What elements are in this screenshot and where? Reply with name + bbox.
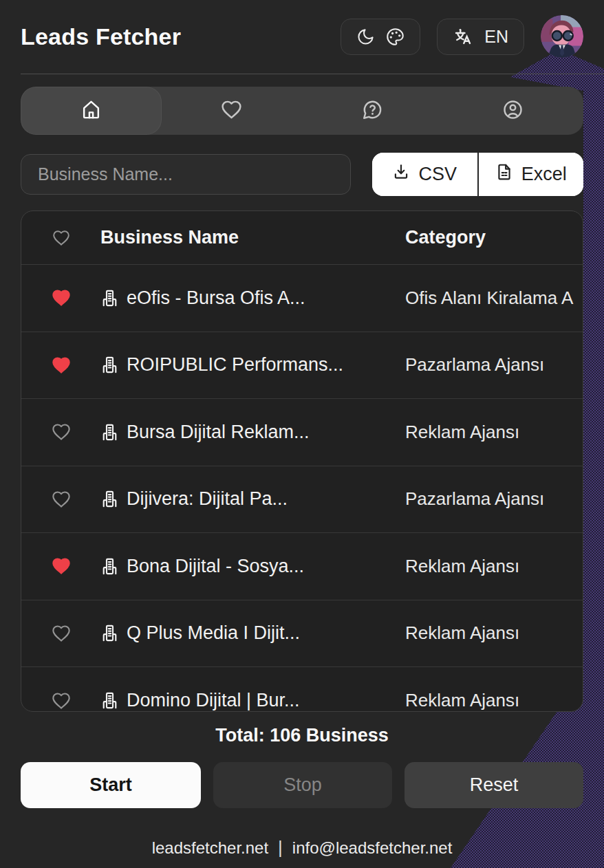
language-label: EN: [484, 27, 508, 47]
business-name: Bursa Dijital Reklam...: [127, 422, 310, 443]
heart-icon: [52, 490, 71, 509]
moon-icon: [356, 28, 375, 46]
business-name: eOfis - Bursa Ofis A...: [127, 287, 305, 309]
translate-icon: [453, 26, 473, 47]
business-category: Ofis Alanı Kiralama A: [405, 287, 583, 309]
table-body: eOfis - Bursa Ofis A... Ofis Alanı Kiral…: [21, 265, 583, 712]
reset-button[interactable]: Reset: [405, 762, 583, 808]
nav-tab-favorites[interactable]: [162, 87, 303, 135]
search-input[interactable]: [21, 154, 351, 195]
nav-tab-home[interactable]: [21, 87, 162, 135]
controls-row: CSV Excel: [21, 153, 583, 196]
nav-tab-account[interactable]: [443, 87, 584, 135]
business-name: ROIPUBLIC Performans...: [127, 354, 343, 376]
table-row[interactable]: Bona Dijital - Sosya... Reklam Ajansı: [21, 533, 583, 600]
language-button[interactable]: EN: [437, 19, 524, 55]
building-icon: [100, 423, 119, 442]
footer-separator: |: [278, 837, 283, 858]
header: Leads Fetcher EN: [0, 0, 604, 56]
site-link[interactable]: leadsfetcher.net: [152, 838, 268, 858]
home-icon: [80, 99, 102, 123]
business-category: Reklam Ajansı: [405, 556, 583, 577]
business-category: Reklam Ajansı: [405, 622, 583, 644]
favorite-toggle[interactable]: [21, 556, 100, 576]
business-name: Bona Dijital - Sosya...: [127, 556, 304, 577]
building-icon: [100, 624, 119, 642]
table-row[interactable]: Domino Dijital | Bur... Reklam Ajansı: [21, 667, 583, 712]
building-icon: [100, 691, 119, 710]
export-csv-button[interactable]: CSV: [372, 153, 477, 196]
favorite-toggle[interactable]: [21, 490, 100, 509]
spreadsheet-file-icon: [495, 163, 513, 186]
table-row[interactable]: Bursa Dijital Reklam... Reklam Ajansı: [21, 399, 583, 466]
heart-icon: [221, 99, 242, 123]
heart-icon: [52, 691, 71, 710]
export-excel-label: Excel: [521, 164, 567, 185]
business-name: Dijivera: Dijital Pa...: [127, 488, 288, 510]
favorite-toggle[interactable]: [21, 624, 100, 643]
nav-tab-help[interactable]: [302, 87, 443, 135]
heart-icon: [52, 288, 71, 307]
heart-icon: [52, 356, 71, 375]
table-header: Business Name Category: [21, 211, 583, 265]
building-icon: [100, 557, 119, 576]
favorite-toggle[interactable]: [21, 422, 100, 442]
heart-icon: [52, 624, 71, 643]
column-header-category: Category: [405, 227, 583, 248]
palette-icon: [386, 28, 405, 46]
person-circle-icon: [502, 99, 524, 123]
help-bubble-icon: [362, 99, 383, 123]
start-button[interactable]: Start: [21, 762, 201, 808]
favorite-toggle[interactable]: [21, 288, 100, 307]
stop-button[interactable]: Stop: [213, 762, 392, 808]
building-icon: [100, 289, 119, 307]
table-row[interactable]: Q Plus Media I Dijit... Reklam Ajansı: [21, 600, 583, 668]
footer: leadsfetcher.net | info@leadsfetcher.net: [0, 837, 604, 858]
email-link[interactable]: info@leadsfetcher.net: [292, 838, 453, 858]
business-category: Reklam Ajansı: [405, 422, 583, 443]
heart-icon: [52, 229, 70, 247]
business-name: Domino Dijital | Bur...: [127, 690, 300, 711]
page-title: Leads Fetcher: [21, 23, 181, 50]
business-name: Q Plus Media I Dijit...: [127, 622, 300, 644]
building-icon: [100, 490, 119, 508]
favorite-toggle[interactable]: [21, 691, 100, 710]
favorite-toggle[interactable]: [21, 356, 100, 375]
export-group: CSV Excel: [372, 153, 583, 196]
business-category: Pazarlama Ajansı: [405, 354, 583, 376]
business-category: Pazarlama Ajansı: [405, 488, 583, 510]
heart-icon: [52, 556, 71, 576]
business-category: Reklam Ajansı: [405, 690, 583, 711]
column-header-name: Business Name: [100, 227, 405, 248]
total-count-label: Total: 106 Business: [0, 725, 604, 746]
nav-bar: [21, 87, 583, 135]
business-table: Business Name Category eOfis - Bursa Ofi…: [21, 210, 583, 712]
table-row[interactable]: eOfis - Bursa Ofis A... Ofis Alanı Kiral…: [21, 265, 583, 332]
action-buttons: Start Stop Reset: [21, 762, 583, 808]
table-row[interactable]: ROIPUBLIC Performans... Pazarlama Ajansı: [21, 332, 583, 400]
favorite-column-header: [21, 229, 100, 247]
download-icon: [392, 163, 410, 186]
header-divider: [21, 74, 604, 74]
table-row[interactable]: Dijivera: Dijital Pa... Pazarlama Ajansı: [21, 466, 583, 534]
avatar[interactable]: [541, 15, 583, 58]
export-csv-label: CSV: [418, 164, 457, 185]
heart-icon: [52, 422, 71, 442]
export-excel-button[interactable]: Excel: [477, 153, 584, 196]
app-window: Leads Fetcher EN: [0, 0, 604, 868]
building-icon: [100, 356, 119, 374]
theme-button[interactable]: [341, 19, 420, 55]
